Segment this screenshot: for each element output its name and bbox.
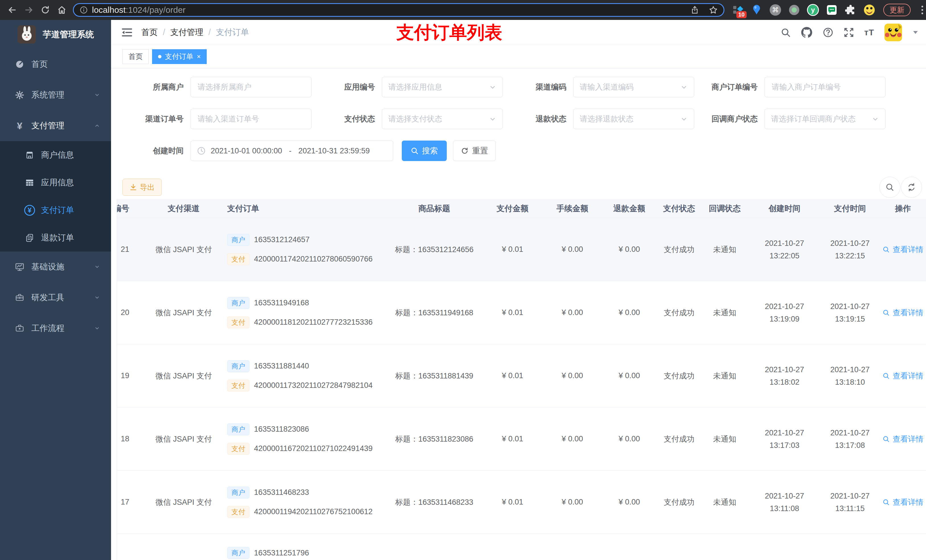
browser-reload-button[interactable] bbox=[37, 2, 53, 18]
bookmark-star-icon[interactable] bbox=[709, 5, 718, 15]
channel-pay-no-line: 支付4200001181202110277723215336 bbox=[227, 316, 372, 328]
browser-update-button[interactable]: 更新 bbox=[883, 4, 911, 16]
toolbox-icon bbox=[14, 293, 26, 302]
sidebar-collapse-button[interactable] bbox=[121, 27, 133, 37]
yen-circle-icon: ¥ bbox=[23, 205, 36, 216]
cell-notify-status: 未通知 bbox=[701, 497, 749, 507]
sidebar-item-工作流程[interactable]: 工作流程 bbox=[0, 313, 111, 344]
pin-extension-icon[interactable] bbox=[750, 3, 763, 17]
url-bar[interactable]: localhost:1024/pay/order bbox=[73, 3, 725, 17]
merchant-input[interactable] bbox=[191, 77, 312, 97]
help-icon[interactable] bbox=[823, 27, 834, 38]
breadcrumb-home[interactable]: 首页 bbox=[141, 27, 158, 38]
sidebar-item-label: 研发工具 bbox=[31, 292, 64, 303]
command-extension-icon[interactable]: ⌘ bbox=[769, 3, 782, 17]
sidebar-item-支付管理[interactable]: ¥支付管理 bbox=[0, 110, 111, 141]
profile-emoji-icon[interactable] bbox=[863, 3, 876, 17]
browser-back-button[interactable] bbox=[4, 2, 21, 18]
filter-merchant: 所属商户 bbox=[134, 77, 312, 97]
view-detail-link[interactable]: 查看详情 bbox=[882, 308, 923, 318]
reset-button[interactable]: 重置 bbox=[453, 140, 496, 161]
tab-支付订单[interactable]: 支付订单× bbox=[152, 49, 207, 64]
browser-home-button[interactable] bbox=[53, 2, 70, 18]
view-detail-link[interactable]: 查看详情 bbox=[882, 245, 923, 255]
callback-status-select[interactable]: 请选择订单回调商户状态 bbox=[764, 109, 885, 129]
channel-code-select[interactable]: 请输入渠道编码 bbox=[573, 77, 694, 97]
sidebar-subitem-应用信息[interactable]: 应用信息 bbox=[0, 169, 111, 196]
sidebar-item-label: 支付管理 bbox=[31, 120, 64, 131]
vue-devtools-icon: y bbox=[807, 4, 819, 16]
cell-pay-time: 2021-10-2713:11:15 bbox=[820, 490, 880, 515]
cell-fee-amount: ¥ 0.00 bbox=[544, 498, 601, 507]
column-header-手续金额: 手续金额 bbox=[544, 203, 601, 214]
view-detail-link[interactable]: 查看详情 bbox=[882, 497, 923, 507]
view-detail-link[interactable]: 查看详情 bbox=[882, 371, 923, 381]
search-button[interactable]: 搜索 bbox=[402, 140, 447, 161]
merchant-tag: 商户 bbox=[227, 487, 250, 498]
breadcrumb-pay-manage[interactable]: 支付管理 bbox=[170, 27, 203, 38]
search-icon[interactable] bbox=[781, 27, 791, 38]
sidebar-item-label: 首页 bbox=[31, 59, 48, 70]
sidebar-item-首页[interactable]: 首页 bbox=[0, 49, 111, 80]
search-icon bbox=[411, 147, 419, 155]
cell-create-time: 2021-10-2713:11:08 bbox=[749, 490, 820, 515]
close-icon[interactable]: × bbox=[197, 53, 201, 60]
avatar[interactable] bbox=[884, 24, 902, 41]
merchant-order-no: 1635311949168 bbox=[254, 299, 309, 307]
sidebar-subitem-商户信息[interactable]: 商户信息 bbox=[0, 141, 111, 169]
sidebar-logo-row[interactable]: 芋道管理系统 bbox=[0, 20, 111, 49]
chat-extension-icon[interactable] bbox=[825, 3, 838, 17]
tab-首页[interactable]: 首页 bbox=[123, 49, 149, 64]
sidebar-subitem-label: 支付订单 bbox=[41, 205, 74, 216]
recorder-extension-icon[interactable] bbox=[788, 3, 801, 17]
cell-notify-status: 未通知 bbox=[701, 245, 749, 255]
browser-menu-button[interactable] bbox=[921, 6, 923, 14]
column-header-编号: 编号 bbox=[117, 203, 142, 214]
filter-row-2: 渠道订单号 支付状态 请选择支付状态 退款状态 请选择退款状态 回调商户状态 bbox=[111, 109, 926, 129]
chevron-down-icon bbox=[680, 83, 688, 91]
browser-forward-button[interactable] bbox=[21, 2, 37, 18]
merchant-order-no: 1635311251796 bbox=[254, 549, 309, 557]
sidebar-item-研发工具[interactable]: 研发工具 bbox=[0, 282, 111, 313]
column-header-支付订单: 支付订单 bbox=[225, 203, 387, 214]
sidebar-item-系统管理[interactable]: 系统管理 bbox=[0, 80, 111, 110]
merchant-order-no-input[interactable] bbox=[764, 77, 885, 97]
record-dot-icon bbox=[788, 4, 800, 16]
table-row: 21微信 JSAPI 支付商户1635312124657支付4200001174… bbox=[117, 218, 926, 281]
update-label: 更新 bbox=[890, 5, 904, 15]
github-icon[interactable] bbox=[801, 27, 813, 38]
view-detail-link[interactable]: 查看详情 bbox=[882, 434, 923, 444]
table-header-row: 编号支付渠道支付订单商品标题支付金额手续金额退款金额支付状态回调状态创建时间支付… bbox=[117, 199, 926, 218]
cell-pay-time: 2021-10-2713:17:08 bbox=[820, 427, 880, 451]
show-search-toggle-button[interactable] bbox=[879, 177, 900, 198]
font-size-icon[interactable]: тT bbox=[864, 27, 874, 37]
channel-order-no-input[interactable] bbox=[191, 109, 312, 129]
column-header-支付状态: 支付状态 bbox=[658, 203, 701, 214]
pay-status-select[interactable]: 请选择支付状态 bbox=[382, 109, 503, 129]
column-header-商品标题: 商品标题 bbox=[387, 203, 481, 214]
sidebar-subitem-支付订单[interactable]: ¥支付订单 bbox=[0, 196, 111, 224]
app-select[interactable]: 请选择应用信息 bbox=[382, 77, 503, 97]
sidebar-item-基础设施[interactable]: 基础设施 bbox=[0, 252, 111, 282]
share-icon[interactable] bbox=[690, 6, 699, 14]
chevron-down-icon[interactable] bbox=[912, 30, 918, 35]
site-info-icon[interactable] bbox=[79, 6, 88, 14]
refresh-table-button[interactable] bbox=[901, 177, 922, 198]
cell-pay-channel: 微信 JSAPI 支付 bbox=[142, 497, 225, 507]
refund-status-select[interactable]: 请选择退款状态 bbox=[573, 109, 694, 129]
search-icon bbox=[882, 435, 890, 443]
cell-order-id: 21 bbox=[117, 245, 142, 254]
sidebar-subitem-label: 商户信息 bbox=[41, 149, 74, 161]
sidebar-subitem-退款订单[interactable]: 退款订单 bbox=[0, 224, 111, 252]
extensions-puzzle-icon[interactable] bbox=[844, 3, 857, 17]
search-icon bbox=[882, 372, 890, 380]
create-time-range-input[interactable]: 2021-10-01 00:00:00 - 2021-10-31 23:59:5… bbox=[191, 140, 393, 161]
vue-devtools-extension-icon[interactable]: y bbox=[806, 3, 820, 17]
cell-actions: 查看详情 bbox=[880, 245, 926, 255]
refund-status-placeholder: 请选择退款状态 bbox=[580, 114, 634, 124]
cell-product-title: 标题：1635311823086 bbox=[387, 434, 481, 444]
view-detail-label: 查看详情 bbox=[893, 497, 923, 507]
workspaces-extension-icon[interactable]: 10 bbox=[731, 3, 744, 17]
export-button[interactable]: 导出 bbox=[123, 179, 162, 196]
fullscreen-icon[interactable] bbox=[844, 27, 854, 38]
